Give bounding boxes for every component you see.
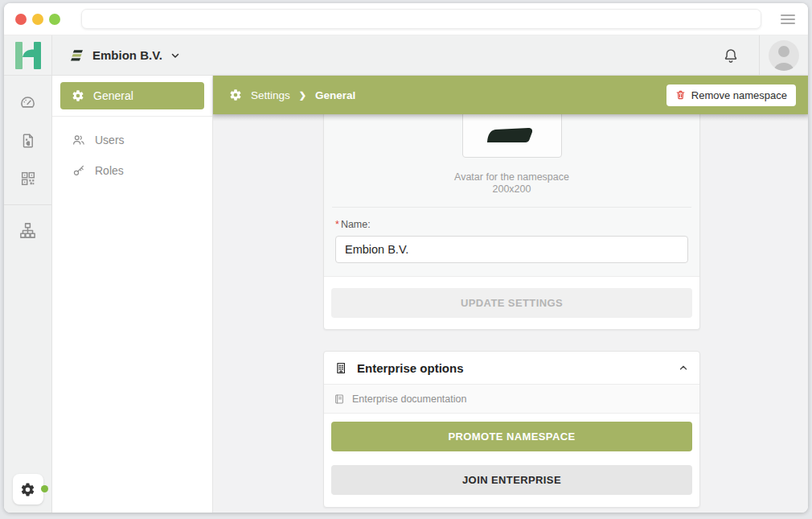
avatar-head-shape <box>778 46 789 57</box>
app-body: General Users Roles <box>4 76 808 513</box>
general-card-footer: UPDATE SETTINGS <box>324 276 699 329</box>
namespace-avatar-upload[interactable] <box>462 114 562 158</box>
url-input[interactable] <box>81 9 761 29</box>
name-input[interactable] <box>335 236 688 263</box>
close-window-button[interactable] <box>15 14 27 25</box>
chevron-down-icon <box>170 51 180 60</box>
sidebar-item-general[interactable]: General <box>60 82 204 109</box>
join-enterprise-button[interactable]: JOIN ENTERPRISE <box>331 465 692 495</box>
rail-divider <box>4 204 51 205</box>
settings-content: Avatar for the namespace 200x200 *Name: … <box>213 114 808 513</box>
update-settings-button[interactable]: UPDATE SETTINGS <box>331 288 692 318</box>
header-actions <box>722 35 808 75</box>
header-divider <box>759 35 760 75</box>
rail-dashboard-button[interactable] <box>18 93 37 112</box>
app-logo[interactable] <box>4 35 52 75</box>
qr-code-icon <box>19 170 37 187</box>
enterprise-options-card: Enterprise options Enterprise documentat… <box>323 351 700 508</box>
chevron-up-icon[interactable] <box>678 362 689 373</box>
document-icon <box>19 132 37 150</box>
user-avatar[interactable] <box>769 40 799 71</box>
main-area: Settings ❯ General Remove namespace <box>213 76 808 513</box>
app-header: Embion B.V. <box>4 35 808 76</box>
breadcrumb-separator-icon: ❯ <box>299 90 306 101</box>
window-controls <box>15 14 60 25</box>
rail-codes-button[interactable] <box>19 170 37 187</box>
remove-namespace-button[interactable]: Remove namespace <box>666 84 796 106</box>
minimize-window-button[interactable] <box>32 14 43 25</box>
users-icon <box>72 133 86 147</box>
namespace-name: Embion B.V. <box>92 48 162 62</box>
sitemap-icon <box>18 221 37 240</box>
key-icon <box>72 163 86 178</box>
breadcrumb-settings[interactable]: Settings <box>251 89 290 101</box>
sidebar-item-users[interactable]: Users <box>60 126 204 154</box>
settings-sidenav: General Users Roles <box>52 76 213 513</box>
avatar-torso-shape <box>773 63 795 71</box>
sidenav-divider <box>52 116 212 117</box>
rail-bottom <box>13 474 43 505</box>
general-settings-card: Avatar for the namespace 200x200 *Name: … <box>323 114 700 330</box>
gear-icon <box>72 89 84 102</box>
enterprise-documentation-label: Enterprise documentation <box>352 393 466 405</box>
building-icon <box>334 361 348 375</box>
sidebar-item-label: Users <box>95 134 125 146</box>
browser-chrome <box>4 3 808 35</box>
enterprise-card-header[interactable]: Enterprise options <box>324 352 699 384</box>
rail-sitemap-button[interactable] <box>18 221 37 240</box>
sidebar-item-roles[interactable]: Roles <box>60 157 204 184</box>
name-label: *Name: <box>335 219 688 230</box>
name-field-block: *Name: <box>324 208 699 276</box>
avatar-caption-text: Avatar for the namespace <box>324 171 699 183</box>
notifications-button[interactable] <box>722 47 740 64</box>
maximize-window-button[interactable] <box>49 14 60 25</box>
settings-gear-icon <box>20 482 35 497</box>
breadcrumb-general: General <box>315 89 355 101</box>
status-dot <box>41 485 48 492</box>
remove-namespace-label: Remove namespace <box>691 89 787 101</box>
browser-window: Embion B.V. <box>4 3 808 513</box>
h-logo-icon <box>14 40 43 71</box>
book-icon <box>334 393 345 405</box>
enterprise-documentation-link[interactable]: Enterprise documentation <box>324 384 699 414</box>
avatar-caption: Avatar for the namespace 200x200 <box>324 171 699 196</box>
namespace-switcher[interactable]: Embion B.V. <box>52 47 180 64</box>
required-asterisk: * <box>335 219 339 230</box>
enterprise-card-body: PROMOTE NAMESPACE JOIN ENTERPRISE <box>324 414 699 507</box>
avatar-size-text: 200x200 <box>324 183 699 196</box>
bell-icon <box>722 47 740 64</box>
namespace-avatar-image <box>480 127 536 143</box>
rail-documents-button[interactable] <box>19 132 37 150</box>
gear-icon <box>229 89 242 101</box>
sidebar-item-label: Roles <box>95 164 124 177</box>
trash-icon <box>675 89 686 101</box>
dashboard-gauge-icon <box>18 93 37 112</box>
browser-menu-icon[interactable] <box>779 11 797 27</box>
icon-rail <box>4 76 52 513</box>
enterprise-card-title: Enterprise options <box>357 361 464 375</box>
rail-settings-button[interactable] <box>13 474 43 505</box>
namespace-logo-icon <box>68 47 84 64</box>
promote-namespace-button[interactable]: PROMOTE NAMESPACE <box>331 422 692 451</box>
sidebar-item-label: General <box>93 89 133 102</box>
breadcrumb-bar: Settings ❯ General Remove namespace <box>213 76 808 114</box>
